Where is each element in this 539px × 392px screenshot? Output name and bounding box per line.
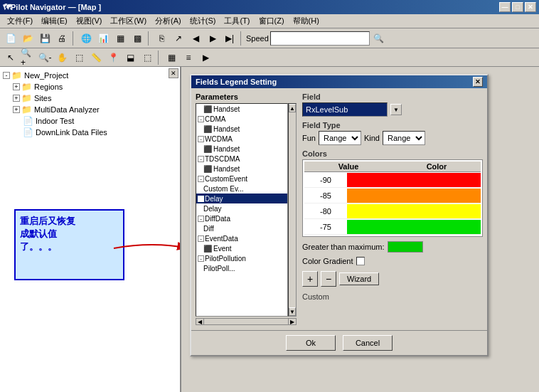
params-diff[interactable]: Diff (196, 223, 287, 233)
menu-workspace[interactable]: 工作区(W) (106, 14, 151, 28)
params-custom-ev[interactable]: Custom Ev... (196, 184, 287, 194)
tree-item-project[interactable]: - 📁 New_Project (3, 70, 177, 81)
expand-cdma[interactable]: - (198, 116, 204, 122)
menu-help[interactable]: 帮助(H) (289, 14, 324, 28)
play-button[interactable]: ▶ (198, 50, 213, 65)
scroll-left[interactable]: ◀ (196, 318, 204, 325)
params-wcdma[interactable]: - WCDMA (196, 134, 287, 144)
params-event[interactable]: ⬛ Event (196, 243, 287, 253)
expand-sites[interactable]: + (13, 95, 20, 102)
params-pilotpoll[interactable]: PilotPoll... (196, 263, 287, 273)
params-eventdata[interactable]: - EventData (196, 233, 287, 243)
tree-item-indoor[interactable]: 📄 Indoor Test (3, 115, 177, 127)
color-value-90[interactable]: -90 (304, 176, 347, 184)
expand-eventdata[interactable]: - (198, 235, 204, 242)
filter-button[interactable]: ▦ (164, 50, 179, 65)
grid-button[interactable]: ▦ (112, 31, 128, 46)
search-input[interactable] (270, 31, 370, 46)
search-button[interactable]: 🔍 (371, 31, 387, 46)
color-swatch-90[interactable] (347, 173, 481, 187)
grid2-button[interactable]: ▩ (129, 31, 145, 46)
pan-button[interactable]: ✋ (54, 50, 70, 65)
ok-button[interactable]: Ok (286, 335, 336, 351)
fun-select[interactable]: Range (319, 131, 361, 145)
params-wcdma-handset[interactable]: ⬛ Handset (196, 144, 287, 154)
marker-button[interactable]: 📍 (105, 50, 121, 65)
tree-item-multidata[interactable]: + 📁 MultiData Analyzer (3, 104, 177, 115)
cursor-button[interactable]: ↖ (3, 50, 18, 65)
expand-pilotpollution[interactable]: - (198, 255, 204, 262)
params-handset-1[interactable]: ⬛ Handset (196, 104, 287, 114)
scroll-down[interactable]: ▼ (289, 307, 296, 316)
params-diffdata[interactable]: - DiffData (196, 213, 287, 223)
wizard-button[interactable]: Wizard (339, 272, 379, 285)
chart-button[interactable]: 📊 (95, 31, 111, 46)
params-tdscdma[interactable]: - TDSCDMA (196, 154, 287, 164)
expand-wcdma[interactable]: - (198, 136, 204, 142)
save-button[interactable]: 💾 (37, 31, 53, 46)
menu-file[interactable]: 文件(F) (3, 14, 37, 28)
menu-analysis[interactable]: 分析(A) (151, 14, 186, 28)
expand-multidata[interactable]: + (13, 106, 20, 113)
minimize-button[interactable]: — (499, 2, 511, 12)
scroll-right[interactable]: ▶ (288, 318, 297, 325)
kind-select[interactable]: Range (383, 131, 425, 145)
plus-button[interactable]: + (302, 271, 318, 287)
maximize-button[interactable]: □ (512, 2, 523, 12)
color-swatch-80[interactable] (347, 204, 481, 218)
export-button[interactable]: ↗ (171, 31, 186, 46)
params-cdma[interactable]: - CDMA (196, 114, 287, 124)
cancel-button[interactable]: Cancel (343, 335, 393, 351)
color-value-85[interactable]: -85 (304, 191, 347, 200)
expand-tdscdma[interactable]: - (198, 156, 204, 162)
list-button[interactable]: ≡ (181, 50, 196, 65)
color-value-75[interactable]: -75 (304, 223, 347, 231)
gradient-checkbox[interactable] (356, 257, 365, 265)
field-value-display[interactable]: RxLevelSub (302, 102, 388, 117)
panel-close-button[interactable]: ✕ (169, 68, 178, 78)
open-button[interactable]: 📂 (20, 31, 36, 46)
tree-item-sites[interactable]: + 📁 Sites (3, 92, 177, 104)
menu-stats[interactable]: 统计(S) (186, 14, 220, 28)
print-button[interactable]: 🖨 (54, 31, 70, 46)
params-scrollbar[interactable]: ▲ ▼ (288, 103, 297, 317)
nav-prev-button[interactable]: ◀ (188, 31, 203, 46)
expand-delay[interactable]: - (198, 196, 204, 202)
menu-edit[interactable]: 编辑(E) (37, 14, 72, 28)
globe-button[interactable]: 🌐 (78, 31, 94, 46)
new-button[interactable]: 📄 (3, 31, 18, 46)
color-swatch-75[interactable] (347, 220, 481, 234)
expand-customevent[interactable]: - (198, 176, 204, 182)
expand-project[interactable]: - (3, 72, 10, 79)
tree-item-downlink[interactable]: 📄 DownLink Data Files (3, 127, 177, 138)
params-pilotpollution[interactable]: - PilotPollution (196, 253, 287, 263)
menu-window[interactable]: 窗口(Z) (255, 14, 289, 28)
greater-than-swatch[interactable] (388, 241, 423, 253)
params-hscrollbar[interactable]: ◀ ▶ (196, 317, 297, 326)
scroll-up[interactable]: ▲ (289, 104, 296, 112)
measure-button[interactable]: 📏 (88, 50, 104, 65)
nav-next-button[interactable]: ▶ (205, 31, 220, 46)
minus-button[interactable]: − (321, 271, 336, 287)
color-swatch-85[interactable] (347, 189, 481, 203)
3d-button[interactable]: ⬚ (139, 50, 155, 65)
field-dropdown-arrow[interactable]: ▼ (390, 104, 402, 115)
expand-diffdata[interactable]: - (198, 216, 204, 222)
nav-end-button[interactable]: ▶| (222, 31, 238, 46)
dialog-close-button[interactable]: ✕ (473, 77, 483, 87)
close-button[interactable]: ✕ (525, 2, 536, 12)
layers-button[interactable]: ⬓ (122, 50, 138, 65)
params-customevent[interactable]: - CustomEvent (196, 174, 287, 184)
tree-item-regions[interactable]: + 📁 Regions (3, 81, 177, 92)
select-button[interactable]: ⬚ (71, 50, 87, 65)
color-value-80[interactable]: -80 (304, 207, 347, 216)
zoom-in-button[interactable]: 🔍+ (20, 50, 36, 65)
params-tdscdma-handset[interactable]: ⬛ Handset (196, 164, 287, 174)
menu-view[interactable]: 视图(V) (72, 14, 107, 28)
menu-tools[interactable]: 工具(T) (220, 14, 254, 28)
params-delay[interactable]: - Delay (196, 194, 287, 203)
zoom-out-button[interactable]: 🔍- (37, 50, 53, 65)
params-cdma-handset[interactable]: ⬛ Handset (196, 124, 287, 134)
expand-regions[interactable]: + (13, 83, 20, 90)
copy-button[interactable]: ⎘ (154, 31, 169, 46)
